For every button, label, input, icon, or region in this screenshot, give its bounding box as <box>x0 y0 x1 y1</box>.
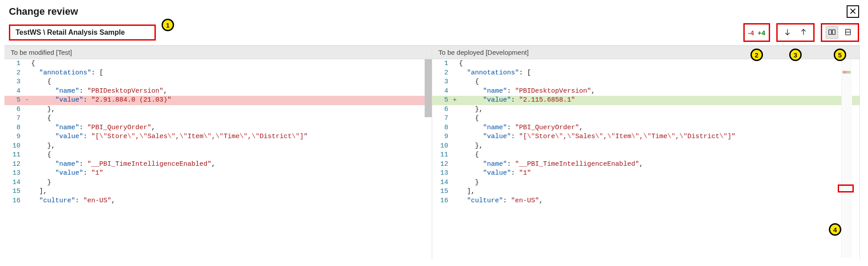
code-line: 12 "name": "__PBI_TimeIntelligenceEnable… <box>432 160 860 169</box>
diff-marker <box>25 114 30 123</box>
diff-marker <box>453 132 458 142</box>
code-content: "name": "PBI_QueryOrder", <box>458 123 860 133</box>
right-code-body[interactable]: 1 {2 "annotations": [3 {4 "name": "PBIDe… <box>432 59 860 259</box>
next-change-button[interactable] <box>781 26 794 39</box>
code-content: ], <box>458 187 860 196</box>
diff-marker <box>453 142 458 151</box>
code-line: 5- "value": "2.91.884.0 (21.03)" <box>4 96 432 105</box>
close-button[interactable] <box>847 5 859 18</box>
line-number: 4 <box>432 87 453 96</box>
code-line: 10 }, <box>432 142 860 151</box>
diff-marker <box>453 78 458 87</box>
annotation-badge-2: 2 <box>750 49 763 61</box>
code-line: 7 { <box>432 114 860 123</box>
line-number: 10 <box>4 142 25 151</box>
minimap-add-marker <box>847 71 851 74</box>
line-number: 7 <box>4 114 25 123</box>
diff-marker <box>25 169 30 178</box>
code-content: "annotations": [ <box>458 69 860 78</box>
line-number: 8 <box>4 123 25 133</box>
code-line: 8 "name": "PBI_QueryOrder", <box>432 123 860 133</box>
diff-marker <box>25 105 30 115</box>
code-content: }, <box>458 105 860 115</box>
line-number: 6 <box>432 105 453 115</box>
diff-marker <box>453 187 458 196</box>
side-by-side-view-button[interactable] <box>826 26 838 39</box>
diff-marker <box>25 69 30 78</box>
diff-marker <box>453 105 458 115</box>
code-line: 15 ], <box>432 187 860 196</box>
diff-marker: - <box>25 96 30 105</box>
code-line: 16 "culture": "en-US", <box>4 196 432 206</box>
right-column: To be deployed [Development] 1 {2 "annot… <box>432 46 860 259</box>
left-code-body[interactable]: 1 {2 "annotations": [3 {4 "name": "PBIDe… <box>4 59 432 259</box>
arrow-up-icon <box>799 28 807 37</box>
diff-marker <box>25 178 30 188</box>
scrollbar-thumb[interactable] <box>425 59 432 117</box>
code-content: "value": "2.91.884.0 (21.03)" <box>30 96 432 105</box>
code-line: 8 "name": "PBI_QueryOrder", <box>4 123 432 133</box>
diff-marker <box>25 59 30 69</box>
diff-marker <box>453 114 458 123</box>
minimap[interactable] <box>841 60 852 258</box>
code-content: }, <box>458 142 860 151</box>
code-content: "value": "[\"Store\",\"Sales\",\"Item\",… <box>30 132 432 142</box>
arrow-down-icon <box>783 28 791 37</box>
line-number: 8 <box>432 123 453 133</box>
prev-change-button[interactable] <box>797 26 810 39</box>
code-content: "name": "PBI_QueryOrder", <box>30 123 432 133</box>
code-content: }, <box>30 105 432 115</box>
diff-marker <box>453 169 458 178</box>
line-number: 5 <box>4 96 25 105</box>
line-number: 2 <box>432 69 453 78</box>
code-line: 11 { <box>432 151 860 160</box>
diff-marker <box>25 196 30 206</box>
code-content: "culture": "en-US", <box>458 196 860 206</box>
line-number: 10 <box>432 142 453 151</box>
annotation-badge-4: 4 <box>829 223 841 236</box>
line-number: 12 <box>432 160 453 169</box>
code-line: 9 "value": "[\"Store\",\"Sales\",\"Item\… <box>4 132 432 142</box>
line-number: 14 <box>4 178 25 188</box>
line-number: 13 <box>4 169 25 178</box>
code-content: { <box>458 114 860 123</box>
diff-marker <box>453 178 458 188</box>
code-content: "value": "1" <box>458 169 860 178</box>
minimap-highlight-box <box>838 184 854 192</box>
annotation-badge-1: 1 <box>162 19 174 31</box>
diff-marker <box>25 123 30 133</box>
line-number: 9 <box>432 132 453 142</box>
svg-rect-1 <box>832 29 835 34</box>
diff-marker <box>25 142 30 151</box>
diff-marker <box>453 59 458 69</box>
code-line: 10 }, <box>4 142 432 151</box>
code-content: ], <box>30 187 432 196</box>
code-line: 4 "name": "PBIDesktopVersion", <box>4 87 432 96</box>
line-number: 1 <box>4 59 25 69</box>
line-number: 4 <box>4 87 25 96</box>
code-line: 6 }, <box>432 105 860 115</box>
code-content: "name": "__PBI_TimeIntelligenceEnabled", <box>30 160 432 169</box>
code-content: "value": "1" <box>30 169 432 178</box>
line-number: 2 <box>4 69 25 78</box>
split-view-icon <box>828 28 836 37</box>
line-number: 5 <box>432 96 453 105</box>
code-content: } <box>458 178 860 188</box>
breadcrumb-box: TestWS \ Retail Analysis Sample 1 <box>9 25 156 41</box>
code-line: 4 "name": "PBIDesktopVersion", <box>432 87 860 96</box>
line-number: 9 <box>4 132 25 142</box>
line-number: 15 <box>4 187 25 196</box>
code-content: "name": "__PBI_TimeIntelligenceEnabled", <box>458 160 860 169</box>
code-content: "annotations": [ <box>30 69 432 78</box>
line-number: 3 <box>4 78 25 87</box>
diff-viewer: To be modified [Test] 1 {2 "annotations"… <box>4 45 860 259</box>
code-content: }, <box>30 142 432 151</box>
inline-view-button[interactable] <box>842 26 854 39</box>
code-content: { <box>458 151 860 160</box>
diff-marker <box>453 151 458 160</box>
code-content: { <box>458 59 860 69</box>
diff-marker <box>25 160 30 169</box>
code-line: 13 "value": "1" <box>4 169 432 178</box>
code-content: "culture": "en-US", <box>30 196 432 206</box>
code-line: 2 "annotations": [ <box>432 69 860 78</box>
